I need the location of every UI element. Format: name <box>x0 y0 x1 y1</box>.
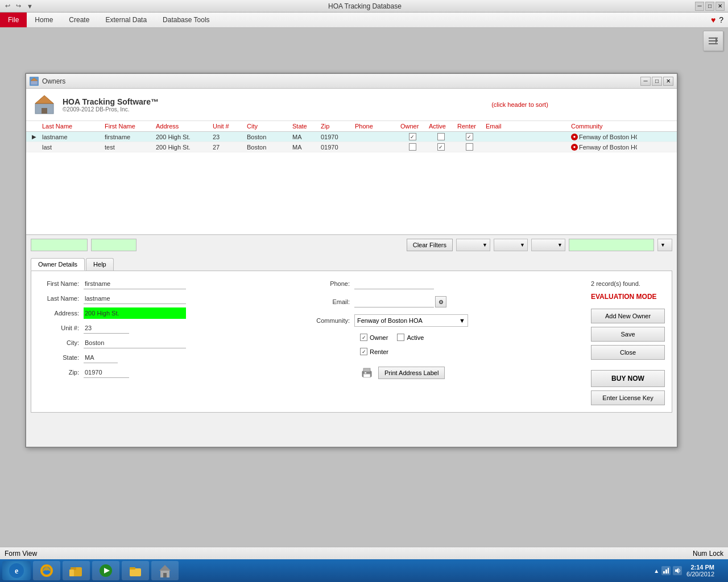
col-state[interactable]: State <box>290 121 318 131</box>
tab-help[interactable]: Help <box>86 258 114 271</box>
filter-dd3-arrow: ▼ <box>557 242 562 248</box>
cell-address-2: 200 High St. <box>154 143 210 152</box>
filter-unit-input[interactable] <box>91 239 136 251</box>
cell-active-1[interactable] <box>427 132 455 142</box>
phone-input[interactable] <box>354 278 434 289</box>
col-firstname[interactable]: First Name <box>102 121 154 131</box>
active-form-checkbox[interactable] <box>397 334 404 341</box>
first-name-input[interactable] <box>84 278 186 289</box>
owner-form-checkbox[interactable] <box>360 334 367 341</box>
col-unit[interactable]: Unit # <box>210 121 245 131</box>
cell-email-1 <box>483 136 569 138</box>
zip-input[interactable] <box>84 367 129 378</box>
clear-filters-btn[interactable]: Clear Filters <box>407 239 453 251</box>
win-minimize-btn[interactable]: ─ <box>640 77 651 86</box>
col-lastname[interactable]: Last Name <box>40 121 102 131</box>
renter-row: Renter <box>360 348 580 355</box>
filter-dropdown-1[interactable]: ▼ <box>456 239 490 251</box>
unit-input[interactable] <box>84 322 129 334</box>
table-row[interactable]: last test 200 High St. 27 Boston MA 0197… <box>26 142 677 152</box>
last-name-input[interactable] <box>84 293 186 304</box>
minimize-btn[interactable]: ─ <box>695 2 704 11</box>
qa-dropdown-btn[interactable]: ▼ <box>25 3 35 10</box>
cell-renter-2[interactable] <box>455 142 483 152</box>
owner-checkbox-1[interactable] <box>409 133 416 140</box>
cell-city-2: Boston <box>245 143 290 152</box>
save-btn[interactable]: Save <box>591 327 665 342</box>
cell-active-2[interactable] <box>427 142 455 152</box>
col-address[interactable]: Address <box>154 121 210 131</box>
tab-owner-details[interactable]: Owner Details <box>31 258 85 271</box>
help-icon[interactable]: ? <box>719 15 723 24</box>
address-input[interactable] <box>84 307 186 319</box>
col-email[interactable]: Email <box>483 121 569 131</box>
state-input[interactable] <box>84 352 118 363</box>
close-btn[interactable]: Close <box>591 345 665 360</box>
taskbar-home-btn[interactable] <box>151 561 179 580</box>
taskbar-media-btn[interactable] <box>92 561 119 580</box>
taskbar-folder-btn[interactable] <box>122 561 149 580</box>
cell-firstname-1: firstname <box>102 132 154 142</box>
svg-text:e: e <box>15 567 18 575</box>
undo-btn[interactable]: ↩ <box>3 2 12 10</box>
cell-community-2: ● Fenway of Boston HOA <box>569 143 637 152</box>
buy-now-btn[interactable]: BUY NOW <box>591 370 665 387</box>
col-renter[interactable]: Renter <box>455 121 483 131</box>
filter-community-input[interactable] <box>569 239 654 251</box>
taskbar-explorer-btn[interactable] <box>63 561 90 580</box>
phone-label: Phone: <box>315 280 354 287</box>
tab-external[interactable]: External Data <box>97 13 155 27</box>
win-close-btn[interactable]: ✕ <box>663 77 673 86</box>
col-active[interactable]: Active <box>427 121 455 131</box>
filter-dropdown-2[interactable]: ▼ <box>494 239 528 251</box>
tab-create[interactable]: Create <box>61 13 97 27</box>
filter-dd1-arrow: ▼ <box>482 242 487 248</box>
cell-renter-1[interactable] <box>455 132 483 142</box>
active-checkbox-2[interactable] <box>437 143 445 151</box>
cell-owner-2[interactable] <box>398 142 427 152</box>
start-button[interactable]: e <box>2 561 31 580</box>
tab-home[interactable]: Home <box>27 13 61 27</box>
col-community[interactable]: Community <box>569 121 637 131</box>
printer-icon[interactable] <box>360 367 374 379</box>
win-restore-btn[interactable]: □ <box>652 77 662 86</box>
col-owner[interactable]: Owner <box>398 121 427 131</box>
add-new-owner-btn[interactable]: Add New Owner <box>591 309 665 323</box>
filter-name-input[interactable] <box>31 239 88 251</box>
table-row[interactable]: ▶ lastname firstname 200 High St. 23 Bos… <box>26 132 677 142</box>
renter-form-checkbox[interactable] <box>360 348 367 355</box>
enter-license-btn[interactable]: Enter License Key <box>591 390 665 405</box>
filter-community-dropdown[interactable]: ▼ <box>657 239 672 251</box>
email-input[interactable] <box>354 296 434 307</box>
print-label-btn[interactable]: Print Address Label <box>378 367 445 379</box>
grid-header-row: Last Name First Name Address Unit # City… <box>26 121 677 132</box>
cell-community-1: ● Fenway of Boston HOA <box>569 132 637 142</box>
col-city[interactable]: City <box>245 121 290 131</box>
taskbar-right: ▲ 2:14 PM 6/20/2012 <box>653 564 726 577</box>
tab-file[interactable]: File <box>0 13 27 27</box>
city-row: City: <box>38 337 303 348</box>
close-btn[interactable]: ✕ <box>715 2 725 11</box>
community-select-value: Fenway of Boston HOA <box>357 317 423 324</box>
owner-form-label: Owner <box>370 334 388 341</box>
cell-owner-1[interactable] <box>398 132 427 142</box>
community-row: Community: Fenway of Boston HOA ▼ <box>315 314 580 327</box>
renter-checkbox-1[interactable] <box>466 133 473 140</box>
sidebar-toggle-btn[interactable] <box>703 31 723 51</box>
maximize-btn[interactable]: □ <box>705 2 714 11</box>
taskbar-firefox-btn[interactable] <box>33 561 60 580</box>
active-form-label: Active <box>407 334 424 341</box>
col-phone[interactable]: Phone <box>353 121 398 131</box>
unit-row: Unit #: <box>38 322 303 334</box>
tab-tools[interactable]: Database Tools <box>155 13 218 27</box>
col-zip[interactable]: Zip <box>318 121 353 131</box>
city-input[interactable] <box>84 337 186 348</box>
filter-dropdown-3[interactable]: ▼ <box>531 239 565 251</box>
owner-checkbox-2[interactable] <box>409 143 416 151</box>
tray-expand-icon[interactable]: ▲ <box>653 568 659 574</box>
redo-btn[interactable]: ↪ <box>14 2 23 10</box>
renter-checkbox-2[interactable] <box>466 143 473 151</box>
active-checkbox-1[interactable] <box>437 133 445 140</box>
email-lookup-btn[interactable]: ⚙ <box>435 296 446 307</box>
community-select[interactable]: Fenway of Boston HOA ▼ <box>354 314 468 327</box>
